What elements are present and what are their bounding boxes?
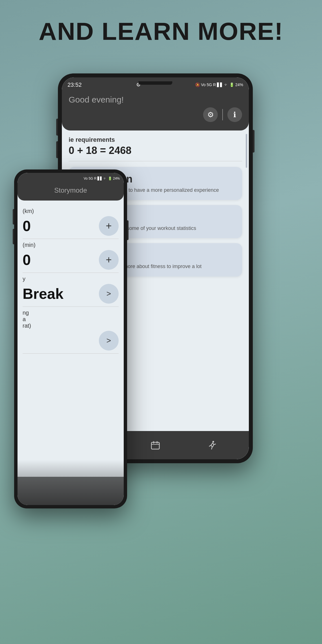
phones-container: 23:52 ⚙ 🔕 Vo 5G R ▋▋ ᯤ 🔋 24% Good evenin…: [14, 62, 314, 627]
extra-arrow-button[interactable]: >: [99, 331, 119, 351]
info-button[interactable]: ℹ: [227, 107, 242, 122]
header-icons-row: ⚙ ℹ: [69, 107, 242, 122]
nav-calendar-icon[interactable]: [150, 440, 160, 450]
phone-left: Vo 5G R ▋▋ ᯤ 🔋 24% Storymode (km) 0 +: [14, 169, 127, 508]
header-bar-left: Storymode: [18, 184, 124, 201]
calorie-section: ie requirements 0 + 18 = 2468: [69, 136, 242, 161]
km-field: (km) 0 +: [23, 205, 119, 239]
scrollbar[interactable]: [246, 134, 247, 168]
km-plus-button[interactable]: +: [99, 216, 119, 236]
nav-run-icon[interactable]: [207, 440, 217, 450]
min-field: (min) 0 +: [23, 239, 119, 273]
status-bar-right: 23:52 ⚙ 🔕 Vo 5G R ▋▋ ᯤ 🔋 24%: [62, 77, 249, 92]
km-row: 0 +: [23, 216, 119, 239]
greeting-text: Good evening!: [69, 95, 242, 105]
calorie-formula: 0 + 18 = 2468: [69, 145, 242, 156]
km-value: 0: [23, 217, 31, 234]
min-value: 0: [23, 251, 31, 268]
gear-button[interactable]: ⚙: [203, 107, 218, 122]
status-icons: 🔕 Vo 5G R ▋▋ ᯤ 🔋 24%: [195, 82, 243, 87]
svg-point-9: [212, 441, 214, 443]
extra-label: ng a rat): [23, 307, 119, 331]
min-row: 0 +: [23, 250, 119, 273]
break-label: y: [23, 273, 119, 284]
left-status-icons: Vo 5G R ▋▋ ᯤ 🔋 24%: [84, 177, 120, 180]
km-label: (km): [23, 205, 119, 216]
break-value: Break: [23, 285, 64, 302]
gear-icon: ⚙: [207, 110, 214, 119]
break-field: y Break >: [23, 273, 119, 307]
min-plus-button[interactable]: +: [99, 250, 119, 270]
content-left: (km) 0 + (min) 0 + y: [18, 201, 124, 358]
header-divider: [222, 109, 223, 120]
status-bar-left: Vo 5G R ▋▋ ᯤ 🔋 24%: [18, 173, 124, 184]
min-label: (min): [23, 239, 119, 250]
svg-rect-5: [151, 442, 159, 449]
extra-field: ng a rat) >: [23, 307, 119, 354]
bottom-gym-image: [18, 460, 124, 505]
extra-row: >: [23, 331, 119, 354]
break-arrow-button[interactable]: >: [99, 284, 119, 304]
page-title: AND LEARN MORE!: [0, 0, 322, 46]
status-time: 23:52: [68, 82, 82, 88]
camera-notch: [138, 81, 172, 85]
signal-icons: 🔕 Vo 5G R ▋▋ ᯤ 🔋 24%: [195, 82, 243, 87]
header-bar-right: Good evening! ⚙ ℹ: [62, 92, 249, 130]
phone-left-screen: Vo 5G R ▋▋ ᯤ 🔋 24% Storymode (km) 0 +: [18, 173, 124, 505]
calorie-label: ie requirements: [69, 136, 242, 143]
storymode-title: Storymode: [23, 186, 119, 194]
info-icon: ℹ: [233, 110, 236, 119]
break-row: Break >: [23, 284, 119, 307]
